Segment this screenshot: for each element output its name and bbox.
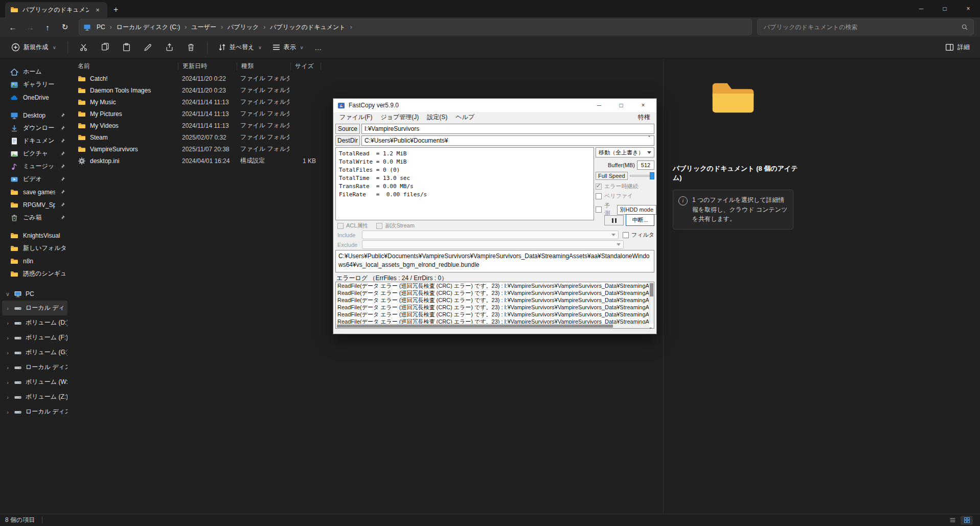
copy-icon [101,43,109,52]
pause-button[interactable] [604,215,624,225]
destdir-button[interactable]: DestDir [335,135,360,146]
file-row-1[interactable]: Daemon Tools Images2024/11/20 0:23ファイル フ… [74,84,663,96]
details-info-text: 1 つのファイルを選択して詳細情報を取得し、クラウド コンテンツを共有します。 [692,195,788,224]
source-button[interactable]: Source [335,124,360,134]
sidebar-drive-0[interactable]: ›ローカル ディスク [2,301,67,315]
details-view-button[interactable] [946,516,959,525]
error-continue-checkbox[interactable]: エラー時継続 [596,182,639,190]
sidebar-item-4[interactable]: ダウンロード [2,122,67,134]
fastcopy-title-bar[interactable]: FastCopy ver5.9.0 ─ □ × [333,99,656,112]
rename-button[interactable] [139,39,158,56]
new-tab-button[interactable]: + [113,5,118,17]
menu-item-3[interactable]: ヘルプ [451,112,478,123]
folder-icon [10,6,18,14]
tab-close-icon[interactable]: × [93,5,102,14]
file-type: ファイル フォルダー [236,86,289,95]
sidebar-item-6[interactable]: ピクチャ [2,147,67,160]
column-header-0[interactable]: 名前 [74,59,178,73]
refresh-button[interactable]: ↻ [56,19,74,35]
sidebar-item-14[interactable]: n8n [2,255,67,267]
sidebar-item-15[interactable]: 誘惑のシンギュラリ [2,267,67,280]
sidebar-drive-4[interactable]: ›ローカル ディスク [2,360,67,375]
mode-select[interactable]: 移動（全上書き） [596,147,654,157]
details-pane-toggle[interactable]: 詳細 [941,40,974,55]
pin-icon [60,176,65,182]
speed-slider[interactable] [630,172,654,179]
breadcrumb-item[interactable]: パブリックのドキュメント [266,21,349,33]
sidebar-item-11[interactable]: ごみ箱 [2,211,67,224]
source-field[interactable]: I:¥VampireSurvivors [361,124,654,134]
sidebar-item-8[interactable]: ビデオ [2,173,67,186]
sort-button[interactable]: 並べ替え ∨ [214,40,266,55]
fastcopy-minimize-button[interactable]: ─ [590,99,608,112]
acl-checkbox[interactable]: ACL属性 [337,222,368,230]
sidebar-item-9[interactable]: save games [2,186,67,198]
sidebar-item-13[interactable]: 新しいフォルダー [2,242,67,255]
breadcrumb-item[interactable]: ユーザー [188,21,220,33]
error-log[interactable]: ReadFile(データ エラー (巡回冗長検査 (CRC) エラー) です。2… [335,282,654,329]
sidebar-drive-1[interactable]: ›ボリューム (D:) [2,315,67,330]
sidebar-drive-2[interactable]: ›ボリューム (F:) [2,330,67,345]
hdd-mode-select[interactable]: 別HDD mode [617,205,656,215]
column-header-3[interactable]: サイズ [291,59,321,73]
vertical-scrollbar[interactable] [649,282,654,324]
back-button[interactable]: ← [4,19,21,35]
minimize-button[interactable]: ─ [909,0,933,17]
file-name-text: My Pictures [90,110,122,118]
large-icons-view-button[interactable] [961,516,973,525]
horizontal-scrollbar[interactable] [336,324,649,328]
buffer-input[interactable] [637,161,654,170]
column-header-1[interactable]: 更新日時 [178,59,237,73]
breadcrumb-item[interactable]: パブリック [224,21,262,33]
sidebar-item-7[interactable]: ミュージック [2,160,67,173]
menu-item-1[interactable]: ジョブ管理(J) [376,112,423,123]
stream-checkbox[interactable]: 副次Stream [376,222,414,230]
verify-checkbox[interactable]: ベリファイ [596,192,633,200]
cut-button[interactable] [74,39,94,56]
sidebar-item-12[interactable]: KnightsVisual [2,229,67,242]
scrollbar-thumb[interactable] [337,325,613,328]
fastcopy-maximize-button[interactable]: □ [612,99,630,112]
sidebar-drive-7[interactable]: ›ローカル ディスク (I [2,404,67,419]
forward-button[interactable]: → [21,19,39,35]
view-button[interactable]: 表示 ∨ [268,40,308,55]
fastcopy-close-button[interactable]: × [634,99,652,112]
abort-button[interactable]: 中断... [626,214,654,226]
paste-button[interactable] [117,39,136,56]
delete-button[interactable] [181,39,201,56]
search-box[interactable] [757,19,974,35]
more-options-button[interactable]: … [309,43,327,52]
include-field[interactable] [362,231,619,239]
breadcrumb-item[interactable]: PC [93,22,109,32]
sidebar-item-0[interactable]: ホーム [2,65,67,78]
maximize-button[interactable]: □ [933,0,956,17]
sidebar-item-10[interactable]: RPGMV_Spee [2,198,67,211]
sidebar-item-1[interactable]: ギャラリー [2,78,67,91]
explorer-tab[interactable]: パブリックのドキュメント × [5,2,107,17]
menu-item-0[interactable]: ファイル(F) [335,112,376,123]
file-row-0[interactable]: Catch!2024/11/20 0:22ファイル フォルダー [74,73,663,84]
close-button[interactable]: × [956,0,980,17]
breadcrumb-item[interactable]: ローカル ディスク (C:) [113,21,184,33]
dropdown-arrow-icon[interactable] [647,137,651,144]
scrollbar-thumb[interactable] [650,283,653,296]
copy-button[interactable] [96,39,115,56]
menu-item-2[interactable]: 設定(S) [423,112,451,123]
exclude-field[interactable] [362,240,624,249]
new-item-button[interactable]: 新規作成 ∨ [6,40,61,55]
slider-thumb[interactable] [650,172,654,179]
address-bar[interactable]: PC›ローカル ディスク (C:)›ユーザー›パブリック›パブリックのドキュメン… [79,19,752,35]
sidebar-item-2[interactable]: OneDrive [2,91,67,104]
search-input[interactable] [763,23,961,31]
sidebar-drive-5[interactable]: ›ボリューム (W:) [2,375,67,390]
filter-checkbox[interactable]: フィルタ [623,231,654,239]
sidebar-drive-3[interactable]: ›ボリューム (G:) [2,345,67,360]
sidebar-item-pc[interactable]: ∨ PC [2,287,67,301]
sidebar-item-3[interactable]: Desktop [2,109,67,122]
sidebar-drive-6[interactable]: ›ボリューム (Z:) [2,390,67,404]
column-header-2[interactable]: 種類 [237,59,290,73]
up-button[interactable]: ↑ [39,19,56,35]
share-button[interactable] [160,39,179,56]
destdir-field[interactable]: C:¥Users¥Public¥Documents¥ [361,135,654,146]
sidebar-item-5[interactable]: ドキュメント [2,134,67,147]
